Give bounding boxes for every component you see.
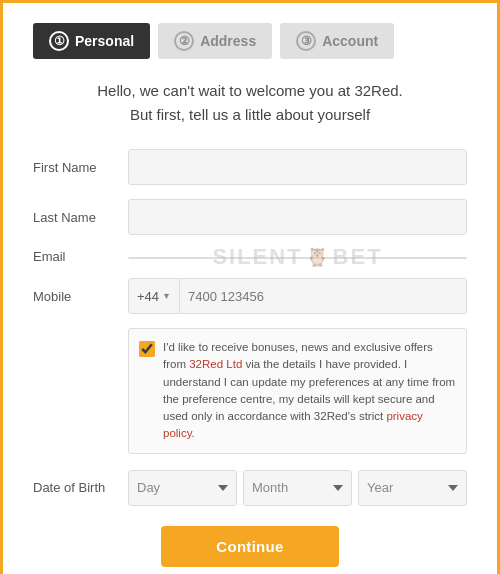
welcome-message: Hello, we can't wait to welcome you at 3… bbox=[33, 79, 467, 127]
marketing-consent-text: I'd like to receive bonuses, news and ex… bbox=[163, 339, 456, 443]
email-input[interactable] bbox=[128, 257, 467, 259]
dob-month-select[interactable]: Month bbox=[243, 470, 352, 506]
mobile-input-wrapper: +44 ▼ bbox=[128, 278, 467, 314]
registration-form: ① Personal ② Address ③ Account Hello, we… bbox=[0, 0, 500, 574]
mobile-prefix-arrow-icon: ▼ bbox=[162, 291, 171, 301]
mobile-prefix-selector[interactable]: +44 ▼ bbox=[129, 279, 180, 313]
last-name-input[interactable] bbox=[128, 199, 467, 235]
step-address-label: Address bbox=[200, 33, 256, 49]
marketing-checkbox[interactable] bbox=[139, 341, 155, 357]
dob-row: Date of Birth Day Month Year bbox=[33, 470, 467, 506]
dob-day-select[interactable]: Day bbox=[128, 470, 237, 506]
step-1-number: ① bbox=[49, 31, 69, 51]
welcome-line2: But first, tell us a little about yourse… bbox=[33, 103, 467, 127]
first-name-label: First Name bbox=[33, 160, 128, 175]
first-name-input[interactable] bbox=[128, 149, 467, 185]
welcome-line1: Hello, we can't wait to welcome you at 3… bbox=[33, 79, 467, 103]
mobile-number-input[interactable] bbox=[180, 279, 466, 313]
marketing-checkbox-wrapper[interactable] bbox=[139, 341, 155, 361]
step-account[interactable]: ③ Account bbox=[280, 23, 394, 59]
step-account-label: Account bbox=[322, 33, 378, 49]
consent-text-end: . bbox=[192, 427, 195, 439]
steps-bar: ① Personal ② Address ③ Account bbox=[33, 23, 467, 59]
button-row: Continue bbox=[33, 526, 467, 567]
marketing-consent-row: I'd like to receive bonuses, news and ex… bbox=[128, 328, 467, 454]
dob-label: Date of Birth bbox=[33, 480, 128, 495]
mobile-label: Mobile bbox=[33, 289, 128, 304]
email-label: Email bbox=[33, 249, 128, 264]
continue-button[interactable]: Continue bbox=[161, 526, 338, 567]
step-3-number: ③ bbox=[296, 31, 316, 51]
mobile-row: Mobile +44 ▼ bbox=[33, 278, 467, 314]
mobile-prefix-value: +44 bbox=[137, 289, 159, 304]
last-name-label: Last Name bbox=[33, 210, 128, 225]
last-name-row: Last Name bbox=[33, 199, 467, 235]
first-name-row: First Name bbox=[33, 149, 467, 185]
email-row: Email SILENT 🦉 BET bbox=[33, 249, 467, 264]
dob-year-select[interactable]: Year bbox=[358, 470, 467, 506]
dob-selects: Day Month Year bbox=[128, 470, 467, 506]
step-personal-label: Personal bbox=[75, 33, 134, 49]
step-personal[interactable]: ① Personal bbox=[33, 23, 150, 59]
32red-ltd-link[interactable]: 32Red Ltd bbox=[189, 358, 242, 370]
step-2-number: ② bbox=[174, 31, 194, 51]
step-address[interactable]: ② Address bbox=[158, 23, 272, 59]
